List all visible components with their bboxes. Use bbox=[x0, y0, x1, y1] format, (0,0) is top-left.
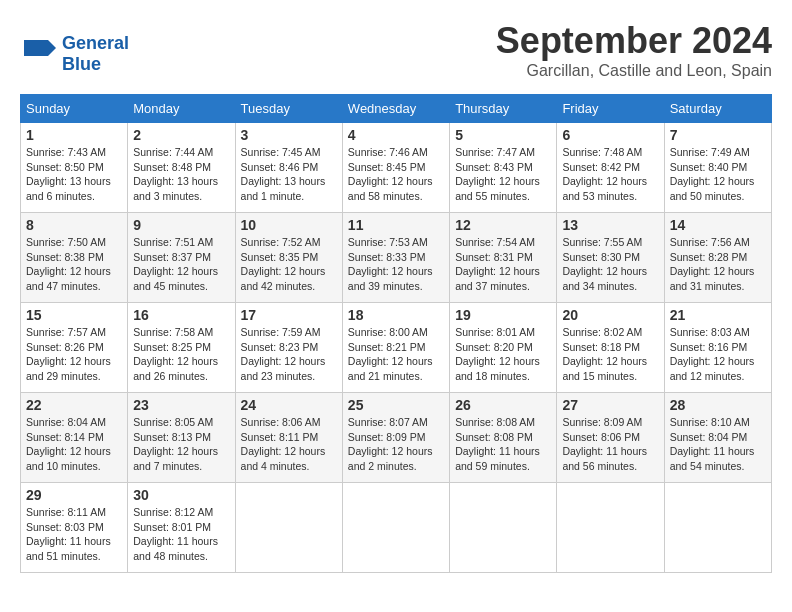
calendar-cell: 26Sunrise: 8:08 AMSunset: 8:08 PMDayligh… bbox=[450, 393, 557, 483]
day-number: 24 bbox=[241, 397, 337, 413]
day-number: 6 bbox=[562, 127, 658, 143]
day-info: Sunrise: 7:45 AMSunset: 8:46 PMDaylight:… bbox=[241, 145, 337, 204]
day-number: 12 bbox=[455, 217, 551, 233]
day-number: 29 bbox=[26, 487, 122, 503]
day-info: Sunrise: 8:11 AMSunset: 8:03 PMDaylight:… bbox=[26, 505, 122, 564]
week-row-4: 22Sunrise: 8:04 AMSunset: 8:14 PMDayligh… bbox=[21, 393, 772, 483]
day-number: 17 bbox=[241, 307, 337, 323]
day-number: 11 bbox=[348, 217, 444, 233]
calendar-cell: 19Sunrise: 8:01 AMSunset: 8:20 PMDayligh… bbox=[450, 303, 557, 393]
calendar-cell: 21Sunrise: 8:03 AMSunset: 8:16 PMDayligh… bbox=[664, 303, 771, 393]
day-info: Sunrise: 7:48 AMSunset: 8:42 PMDaylight:… bbox=[562, 145, 658, 204]
day-info: Sunrise: 7:43 AMSunset: 8:50 PMDaylight:… bbox=[26, 145, 122, 204]
logo-text: General Blue bbox=[62, 33, 129, 76]
day-number: 3 bbox=[241, 127, 337, 143]
header-saturday: Saturday bbox=[664, 95, 771, 123]
calendar-cell: 23Sunrise: 8:05 AMSunset: 8:13 PMDayligh… bbox=[128, 393, 235, 483]
week-row-2: 8Sunrise: 7:50 AMSunset: 8:38 PMDaylight… bbox=[21, 213, 772, 303]
calendar-cell: 22Sunrise: 8:04 AMSunset: 8:14 PMDayligh… bbox=[21, 393, 128, 483]
day-number: 19 bbox=[455, 307, 551, 323]
calendar-cell bbox=[557, 483, 664, 573]
day-info: Sunrise: 8:04 AMSunset: 8:14 PMDaylight:… bbox=[26, 415, 122, 474]
calendar-cell: 20Sunrise: 8:02 AMSunset: 8:18 PMDayligh… bbox=[557, 303, 664, 393]
day-info: Sunrise: 8:00 AMSunset: 8:21 PMDaylight:… bbox=[348, 325, 444, 384]
top-row: General Blue September 2024 Garcillan, C… bbox=[20, 20, 772, 84]
day-number: 20 bbox=[562, 307, 658, 323]
calendar-cell: 18Sunrise: 8:00 AMSunset: 8:21 PMDayligh… bbox=[342, 303, 449, 393]
calendar-cell: 5Sunrise: 7:47 AMSunset: 8:43 PMDaylight… bbox=[450, 123, 557, 213]
calendar-table: Sunday Monday Tuesday Wednesday Thursday… bbox=[20, 94, 772, 573]
calendar-cell: 28Sunrise: 8:10 AMSunset: 8:04 PMDayligh… bbox=[664, 393, 771, 483]
day-number: 14 bbox=[670, 217, 766, 233]
calendar-cell: 27Sunrise: 8:09 AMSunset: 8:06 PMDayligh… bbox=[557, 393, 664, 483]
calendar-cell bbox=[342, 483, 449, 573]
day-info: Sunrise: 8:10 AMSunset: 8:04 PMDaylight:… bbox=[670, 415, 766, 474]
day-info: Sunrise: 8:05 AMSunset: 8:13 PMDaylight:… bbox=[133, 415, 229, 474]
calendar-cell: 6Sunrise: 7:48 AMSunset: 8:42 PMDaylight… bbox=[557, 123, 664, 213]
calendar-cell: 12Sunrise: 7:54 AMSunset: 8:31 PMDayligh… bbox=[450, 213, 557, 303]
calendar-cell: 10Sunrise: 7:52 AMSunset: 8:35 PMDayligh… bbox=[235, 213, 342, 303]
day-number: 1 bbox=[26, 127, 122, 143]
calendar-cell: 4Sunrise: 7:46 AMSunset: 8:45 PMDaylight… bbox=[342, 123, 449, 213]
day-number: 26 bbox=[455, 397, 551, 413]
day-info: Sunrise: 8:01 AMSunset: 8:20 PMDaylight:… bbox=[455, 325, 551, 384]
calendar-cell: 14Sunrise: 7:56 AMSunset: 8:28 PMDayligh… bbox=[664, 213, 771, 303]
day-number: 25 bbox=[348, 397, 444, 413]
day-info: Sunrise: 7:51 AMSunset: 8:37 PMDaylight:… bbox=[133, 235, 229, 294]
header-wednesday: Wednesday bbox=[342, 95, 449, 123]
day-info: Sunrise: 8:07 AMSunset: 8:09 PMDaylight:… bbox=[348, 415, 444, 474]
day-number: 28 bbox=[670, 397, 766, 413]
header-monday: Monday bbox=[128, 95, 235, 123]
day-number: 13 bbox=[562, 217, 658, 233]
calendar-cell: 8Sunrise: 7:50 AMSunset: 8:38 PMDaylight… bbox=[21, 213, 128, 303]
calendar-cell bbox=[664, 483, 771, 573]
day-number: 23 bbox=[133, 397, 229, 413]
calendar-cell: 30Sunrise: 8:12 AMSunset: 8:01 PMDayligh… bbox=[128, 483, 235, 573]
day-info: Sunrise: 7:59 AMSunset: 8:23 PMDaylight:… bbox=[241, 325, 337, 384]
header-row: Sunday Monday Tuesday Wednesday Thursday… bbox=[21, 95, 772, 123]
week-row-3: 15Sunrise: 7:57 AMSunset: 8:26 PMDayligh… bbox=[21, 303, 772, 393]
day-number: 10 bbox=[241, 217, 337, 233]
header-sunday: Sunday bbox=[21, 95, 128, 123]
day-info: Sunrise: 8:08 AMSunset: 8:08 PMDaylight:… bbox=[455, 415, 551, 474]
day-number: 5 bbox=[455, 127, 551, 143]
day-info: Sunrise: 8:06 AMSunset: 8:11 PMDaylight:… bbox=[241, 415, 337, 474]
calendar-cell: 1Sunrise: 7:43 AMSunset: 8:50 PMDaylight… bbox=[21, 123, 128, 213]
month-title: September 2024 bbox=[496, 20, 772, 62]
week-row-1: 1Sunrise: 7:43 AMSunset: 8:50 PMDaylight… bbox=[21, 123, 772, 213]
day-number: 2 bbox=[133, 127, 229, 143]
calendar-cell: 2Sunrise: 7:44 AMSunset: 8:48 PMDaylight… bbox=[128, 123, 235, 213]
title-area: September 2024 Garcillan, Castille and L… bbox=[496, 20, 772, 80]
header-tuesday: Tuesday bbox=[235, 95, 342, 123]
day-info: Sunrise: 8:09 AMSunset: 8:06 PMDaylight:… bbox=[562, 415, 658, 474]
day-info: Sunrise: 7:54 AMSunset: 8:31 PMDaylight:… bbox=[455, 235, 551, 294]
day-number: 9 bbox=[133, 217, 229, 233]
week-row-5: 29Sunrise: 8:11 AMSunset: 8:03 PMDayligh… bbox=[21, 483, 772, 573]
day-number: 18 bbox=[348, 307, 444, 323]
day-info: Sunrise: 7:58 AMSunset: 8:25 PMDaylight:… bbox=[133, 325, 229, 384]
calendar-cell: 15Sunrise: 7:57 AMSunset: 8:26 PMDayligh… bbox=[21, 303, 128, 393]
logo: General Blue bbox=[20, 33, 129, 76]
calendar-cell bbox=[450, 483, 557, 573]
calendar-cell: 9Sunrise: 7:51 AMSunset: 8:37 PMDaylight… bbox=[128, 213, 235, 303]
day-info: Sunrise: 7:56 AMSunset: 8:28 PMDaylight:… bbox=[670, 235, 766, 294]
calendar-cell: 24Sunrise: 8:06 AMSunset: 8:11 PMDayligh… bbox=[235, 393, 342, 483]
day-info: Sunrise: 7:47 AMSunset: 8:43 PMDaylight:… bbox=[455, 145, 551, 204]
calendar-cell: 11Sunrise: 7:53 AMSunset: 8:33 PMDayligh… bbox=[342, 213, 449, 303]
header-friday: Friday bbox=[557, 95, 664, 123]
day-info: Sunrise: 7:52 AMSunset: 8:35 PMDaylight:… bbox=[241, 235, 337, 294]
calendar-cell: 13Sunrise: 7:55 AMSunset: 8:30 PMDayligh… bbox=[557, 213, 664, 303]
svg-marker-1 bbox=[24, 40, 48, 56]
day-info: Sunrise: 7:49 AMSunset: 8:40 PMDaylight:… bbox=[670, 145, 766, 204]
day-number: 4 bbox=[348, 127, 444, 143]
day-info: Sunrise: 7:53 AMSunset: 8:33 PMDaylight:… bbox=[348, 235, 444, 294]
day-info: Sunrise: 7:55 AMSunset: 8:30 PMDaylight:… bbox=[562, 235, 658, 294]
location-title: Garcillan, Castille and Leon, Spain bbox=[496, 62, 772, 80]
calendar-cell bbox=[235, 483, 342, 573]
day-number: 27 bbox=[562, 397, 658, 413]
logo-icon bbox=[20, 36, 56, 72]
day-number: 22 bbox=[26, 397, 122, 413]
day-number: 8 bbox=[26, 217, 122, 233]
calendar-cell: 25Sunrise: 8:07 AMSunset: 8:09 PMDayligh… bbox=[342, 393, 449, 483]
day-info: Sunrise: 7:46 AMSunset: 8:45 PMDaylight:… bbox=[348, 145, 444, 204]
